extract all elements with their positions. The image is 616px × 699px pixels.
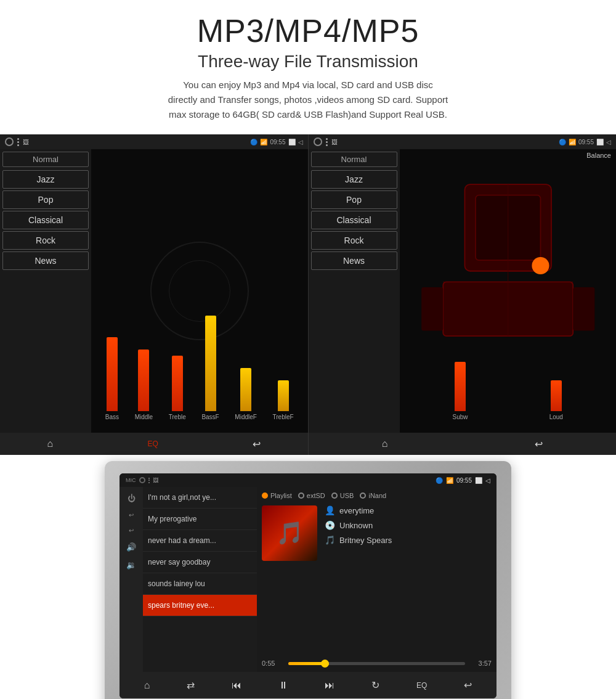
playback-controls: ⌂ ⇄ ⏮ ⏸ ⏭ ↻ EQ ↩ [120, 672, 496, 698]
car-status-right: 🔵 📶 09:55 ⬜ ◁ [436, 477, 490, 484]
svg-rect-4 [421, 287, 443, 330]
song-item-6[interactable]: spears britney eve... [143, 595, 257, 616]
right-home-btn[interactable]: ⌂ [376, 436, 394, 452]
song-item-1[interactable]: I'm not a girl,not ye... [143, 487, 257, 509]
left-eq-title[interactable]: Normal [2, 152, 89, 167]
bar-treble-label: Treble [169, 414, 186, 420]
left-bars-area: Bass Middle Treble BassF [91, 322, 308, 433]
right-menu-pop[interactable]: Pop [311, 190, 397, 209]
next-btn[interactable]: ⏭ [320, 677, 339, 693]
left-status-left: 🖼 [5, 137, 29, 146]
bar-middle-label: Middle [135, 414, 153, 420]
car-status-circle [139, 477, 145, 483]
right-status-left: 🖼 [314, 137, 338, 146]
bar-treblef-fill [278, 380, 289, 411]
bar-subw-label: Subw [453, 414, 468, 420]
car-status-bar: MIC 🖼 🔵 📶 09:55 ⬜ ◁ [120, 473, 496, 487]
right-menu-classical[interactable]: Classical [311, 211, 397, 229]
right-menu-rock[interactable]: Rock [311, 231, 397, 250]
bar-middle: Middle [135, 350, 153, 420]
eq-bg-circle2 [169, 260, 230, 322]
bar-loud: Loud [549, 380, 563, 420]
prev-btn[interactable]: ⏮ [227, 677, 246, 693]
extsd-label: extSD [307, 492, 325, 499]
volume-down-icon[interactable]: 🔉 [124, 558, 138, 571]
music-icon: 🎵 [325, 535, 334, 545]
back-icon-1[interactable]: ↩ [127, 510, 136, 520]
inand-dot [360, 493, 366, 499]
bar-middlef: MiddleF [235, 368, 257, 420]
track-title: everytime [339, 506, 374, 515]
right-menu-jazz[interactable]: Jazz [311, 170, 397, 189]
repeat-btn[interactable]: ↻ [367, 677, 384, 693]
right-menu-news[interactable]: News [311, 251, 397, 270]
home-btn[interactable]: ⌂ [139, 677, 155, 693]
shuffle-btn[interactable]: ⇄ [182, 677, 200, 693]
left-home-btn[interactable]: ⌂ [41, 436, 60, 452]
right-eq-menu: Normal Jazz Pop Classical Rock News [309, 149, 400, 433]
screen-icon: ⬜ [475, 477, 482, 484]
right-eq-container: Normal Jazz Pop Classical Rock News Bala… [309, 149, 617, 433]
volume-up-icon[interactable]: 🔊 [124, 541, 138, 554]
bar-middlef-fill [240, 368, 251, 411]
person-icon: 👤 [325, 505, 334, 515]
source-tab-inand[interactable]: iNand [360, 492, 386, 499]
bar-treblef: TrebleF [273, 380, 294, 420]
bar-middle-fill [138, 350, 149, 411]
play-pause-btn[interactable]: ⏸ [274, 677, 293, 693]
left-menu-pop[interactable]: Pop [2, 190, 89, 209]
back-control-btn[interactable]: ↩ [459, 677, 477, 693]
song-item-5[interactable]: sounds lainey lou [143, 573, 257, 595]
eq-control-btn[interactable]: EQ [411, 679, 432, 692]
right-back-btn[interactable]: ↩ [529, 436, 549, 452]
progress-total: 3:57 [470, 660, 492, 667]
bar-subw-fill [455, 362, 466, 411]
song-item-4[interactable]: never say goodbay [143, 552, 257, 573]
bar-bass-label: Bass [105, 414, 119, 420]
track-album: Unknown [339, 521, 373, 530]
status-circle-icon [5, 137, 14, 146]
car-screen: MIC 🖼 🔵 📶 09:55 ⬜ ◁ [120, 473, 496, 698]
left-eq-btn[interactable]: EQ [141, 437, 164, 451]
left-screen-panel: 🖼 🔵 📶 09:55 ⬜ ◁ Normal Jazz Pop Classica… [0, 134, 309, 455]
car-unit-section: MIC 🖼 🔵 📶 09:55 ⬜ ◁ [0, 455, 616, 699]
right-balance-panel: Balance [400, 149, 617, 433]
source-tab-playlist[interactable]: Playlist [262, 492, 292, 499]
left-status-bar: 🖼 🔵 📶 09:55 ⬜ ◁ [0, 134, 308, 149]
progress-bar[interactable] [288, 662, 465, 665]
song-item-2[interactable]: My prerogative [143, 509, 257, 530]
player-main: 🎵 👤 everytime 💿 Unknown [262, 505, 492, 655]
song-item-3[interactable]: never had a dream... [143, 530, 257, 552]
right-eq-title[interactable]: Normal [311, 152, 397, 167]
source-tabs: Playlist extSD USB [262, 492, 492, 499]
balance-label: Balance [400, 149, 617, 161]
back-icon-2[interactable]: ↩ [127, 525, 136, 536]
player-right: Playlist extSD USB [257, 487, 496, 672]
car-menu-dots [148, 478, 150, 483]
dual-screens-container: 🖼 🔵 📶 09:55 ⬜ ◁ Normal Jazz Pop Classica… [0, 134, 616, 455]
right-bottom-toolbar: ⌂ ↩ [309, 433, 617, 455]
track-artist-row: 🎵 Britney Spears [325, 535, 492, 545]
power-icon[interactable]: ⏻ [126, 492, 137, 505]
left-menu-classical[interactable]: Classical [2, 211, 89, 229]
playlist-label: Playlist [270, 492, 292, 499]
progress-area: 0:55 3:57 [262, 660, 492, 667]
source-tab-extsd[interactable]: extSD [298, 492, 325, 499]
left-bottom-toolbar: ⌂ EQ ↩ [0, 433, 308, 455]
left-menu-jazz[interactable]: Jazz [2, 170, 89, 189]
right-status-bar: 🖼 🔵 📶 09:55 ⬜ ◁ [309, 134, 617, 149]
left-menu-news[interactable]: News [2, 251, 89, 270]
album-art: 🎵 [262, 505, 317, 561]
source-tab-usb[interactable]: USB [331, 492, 354, 499]
playlist-dot [262, 493, 268, 499]
track-album-row: 💿 Unknown [325, 520, 492, 530]
wifi-icon: 📶 [446, 477, 453, 484]
album-art-icon: 🎵 [276, 520, 304, 546]
progress-thumb [321, 660, 329, 668]
svg-point-3 [532, 257, 549, 274]
left-menu-rock[interactable]: Rock [2, 231, 89, 250]
right-menu-dots-icon [326, 138, 328, 146]
left-back-btn[interactable]: ↩ [246, 436, 267, 452]
left-eq-bars: Bass Middle Treble BassF [91, 149, 308, 433]
track-title-row: 👤 everytime [325, 505, 492, 515]
